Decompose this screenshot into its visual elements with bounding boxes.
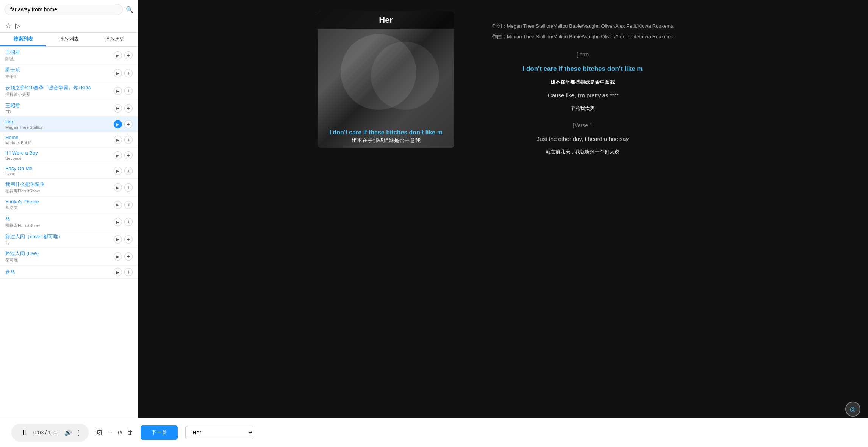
player-controls: ⏸ 0:03 / 1:00 🔊 ⋮ [11,424,89,442]
list-item[interactable]: Home Michael Bublé ▶ + [0,132,138,148]
next-button[interactable]: 下一首 [141,425,178,440]
song-actions: ▶ + [114,136,133,144]
song-play-button[interactable]: ▶ [114,201,122,209]
song-play-button[interactable]: ▶ [114,151,122,159]
content-with-card: Her I don't care if these bitches don't … [318,8,689,170]
intro-label: [Intro [577,52,589,58]
song-add-button[interactable]: + [124,218,133,226]
song-artist: Megan Thee Stallion [5,125,114,130]
song-add-button[interactable]: + [124,183,133,192]
verse1-label: [Verse 1 [573,122,592,128]
lyrics-area: Her I don't care if these bitches don't … [138,0,868,418]
song-title: 走马 [5,269,114,275]
list-item[interactable]: 王昭君 ED ▶ + [0,100,138,117]
song-play-button[interactable]: ▶ [114,69,122,77]
song-add-button[interactable]: + [124,201,133,209]
song-play-button[interactable]: ▶ [114,218,122,226]
main-row: 🔍 ☆ ▷ 搜索列表 播放列表 播放历史 王招君 陈诫 [0,0,868,418]
sidebar-icon-bar: ☆ ▷ [0,19,138,33]
song-add-button[interactable]: + [124,268,133,276]
song-actions: ▶ + [114,167,133,175]
song-add-button[interactable]: + [124,167,133,175]
song-actions: ▶ + [114,151,133,159]
list-item[interactable]: Yuriko's Theme 甚洛夫 ▶ + [0,197,138,213]
search-button[interactable]: 🔍 [126,6,133,13]
time-display: 0:03 / 1:00 [33,430,58,436]
song-play-button[interactable]: ▶ [114,235,122,244]
star-button[interactable]: ☆ [5,22,11,30]
list-item[interactable]: Easy On Me Hoho ▶ + [0,163,138,179]
song-add-button[interactable]: + [124,51,133,59]
song-play-button[interactable]: ▶ [114,268,122,276]
chat-icon: ◎ [850,405,856,413]
list-item[interactable]: If I Were a Boy Beyoncé ▶ + [0,148,138,163]
song-play-button[interactable]: ▶ [114,252,122,261]
song-add-button[interactable]: + [124,120,133,128]
album-art: Her I don't care if these bitches don't … [318,11,454,148]
song-actions: ▶ + [114,69,133,77]
list-item[interactable]: 路过人间（cover.都可唯） fly ▶ + [0,231,138,248]
song-title: 爵士乐 [5,67,114,73]
song-actions: ▶ + [114,87,133,95]
song-play-button[interactable]: ▶ [114,167,122,175]
song-play-button[interactable]: ▶ [114,120,122,128]
time-separator: / [45,430,48,436]
volume-button[interactable]: 🔊 [64,429,72,436]
tab-history[interactable]: 播放历史 [92,33,138,46]
full-lyrics: 作词：Megan Thee Stallion/Malibu Babie/Vaug… [477,11,689,170]
list-item[interactable]: 王招君 陈诫 ▶ + [0,47,138,64]
song-add-button[interactable]: + [124,151,133,159]
pause-button[interactable]: ⏸ [18,427,30,439]
song-info: 爵士乐 神予明 [5,67,114,80]
list-item[interactable]: 云顶之弈S10赛季『强音争霸』烬+KDA 择择酱小提琴 ▶ + [0,82,138,100]
song-add-button[interactable]: + [124,136,133,144]
volume-icon: 🔊 [64,430,72,436]
card-active-trans: 姐不在乎那些姐妹是否中意我 [322,137,450,144]
song-add-button[interactable]: + [124,69,133,77]
tab-play-list[interactable]: 播放列表 [46,33,92,46]
song-add-button[interactable]: + [124,104,133,113]
search-input[interactable] [5,4,123,15]
song-info: 路过人间 (Live) 都可唯 [5,250,114,263]
song-list: 王招君 陈诫 ▶ + 爵士乐 神予明 ▶ + 云顶之弈S10赛季『强音争霸』烬+… [0,47,138,418]
song-add-button[interactable]: + [124,252,133,261]
trash-tool-button[interactable]: 🗑 [127,429,133,436]
image-tool-button[interactable]: 🖼 [96,429,102,436]
arrow-tool-button[interactable]: → [107,429,113,436]
list-item[interactable]: 爵士乐 神予明 ▶ + [0,64,138,82]
chat-button[interactable]: ◎ [845,402,860,417]
song-actions: ▶ + [114,218,133,226]
song-actions: ▶ + [114,104,133,113]
lyrics-meta-writer: 作词：Megan Thee Stallion/Malibu Babie/Vaug… [492,23,674,30]
list-item[interactable]: 我用什么把你留住 福禄寿FloruitShow ▶ + [0,179,138,197]
tab-search-list[interactable]: 搜索列表 [0,33,46,46]
card-active-line: I don't care if these bitches don't like… [322,128,450,137]
active-lyrics-line: I don't care if these bitches don't like… [523,64,643,74]
list-item[interactable]: Her Megan Thee Stallion ▶ + [0,117,138,132]
play-circle-button[interactable]: ▷ [15,22,20,30]
song-actions: ▶ + [114,183,133,192]
song-info: 走马 [5,269,114,275]
image-icon: 🖼 [96,429,102,436]
song-play-button[interactable]: ▶ [114,136,122,144]
song-play-button[interactable]: ▶ [114,51,122,59]
song-play-button[interactable]: ▶ [114,104,122,113]
song-select[interactable]: Her [185,426,253,439]
refresh-tool-button[interactable]: ↺ [117,429,122,436]
more-button[interactable]: ⋮ [75,428,82,437]
song-artist: 福禄寿FloruitShow [5,188,114,194]
list-item[interactable]: 马 福禄寿FloruitShow ▶ + [0,213,138,231]
star-icon: ☆ [5,22,11,30]
song-info: Yuriko's Theme 甚洛夫 [5,199,114,211]
list-item[interactable]: 路过人间 (Live) 都可唯 ▶ + [0,248,138,266]
arrow-icon: → [107,429,113,436]
song-add-button[interactable]: + [124,87,133,95]
song-title: 马 [5,216,114,222]
song-title: Yuriko's Theme [5,199,114,205]
song-play-button[interactable]: ▶ [114,87,122,95]
song-add-button[interactable]: + [124,235,133,244]
play-circle-icon: ▷ [15,22,20,30]
list-item[interactable]: 走马 ▶ + [0,266,138,279]
song-play-button[interactable]: ▶ [114,183,122,192]
card-lyrics-overlay: I don't care if these bitches don't like… [318,124,454,148]
